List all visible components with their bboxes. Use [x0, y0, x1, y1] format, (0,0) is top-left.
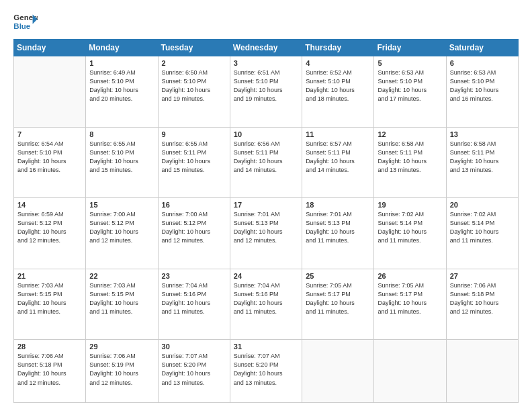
cell-info: Sunrise: 7:06 AMSunset: 5:18 PMDaylight:… — [450, 281, 515, 316]
calendar-week-row: 28Sunrise: 7:06 AMSunset: 5:18 PMDayligh… — [14, 340, 519, 403]
day-number: 31 — [234, 342, 298, 351]
cell-info: Sunrise: 7:04 AMSunset: 5:16 PMDaylight:… — [234, 281, 298, 316]
cell-info: Sunrise: 6:49 AMSunset: 5:10 PMDaylight:… — [89, 68, 154, 103]
calendar-cell: 16Sunrise: 7:00 AMSunset: 5:12 PMDayligh… — [158, 198, 230, 269]
day-number: 27 — [450, 272, 515, 280]
calendar-header-wednesday: Wednesday — [230, 40, 302, 56]
calendar-cell: 22Sunrise: 7:03 AMSunset: 5:15 PMDayligh… — [86, 269, 158, 340]
day-number: 26 — [378, 272, 442, 280]
day-number: 25 — [306, 272, 370, 280]
calendar-cell: 9Sunrise: 6:55 AMSunset: 5:11 PMDaylight… — [158, 127, 230, 198]
cell-info: Sunrise: 7:05 AMSunset: 5:17 PMDaylight:… — [378, 281, 442, 316]
day-number: 14 — [17, 201, 82, 209]
calendar-cell: 1Sunrise: 6:49 AMSunset: 5:10 PMDaylight… — [86, 56, 158, 128]
day-number: 2 — [162, 59, 226, 67]
calendar-week-row: 7Sunrise: 6:54 AMSunset: 5:10 PMDaylight… — [14, 127, 519, 198]
day-number: 4 — [306, 59, 370, 67]
calendar-cell: 11Sunrise: 6:57 AMSunset: 5:11 PMDayligh… — [302, 127, 374, 198]
cell-info: Sunrise: 6:57 AMSunset: 5:11 PMDaylight:… — [306, 140, 370, 175]
calendar-table: SundayMondayTuesdayWednesdayThursdayFrid… — [13, 39, 519, 403]
calendar-header-tuesday: Tuesday — [158, 40, 230, 56]
cell-info: Sunrise: 7:00 AMSunset: 5:12 PMDaylight:… — [162, 210, 226, 245]
calendar-cell: 12Sunrise: 6:58 AMSunset: 5:11 PMDayligh… — [374, 127, 446, 198]
day-number: 30 — [162, 342, 226, 351]
cell-info: Sunrise: 7:02 AMSunset: 5:14 PMDaylight:… — [450, 210, 515, 245]
cell-info: Sunrise: 6:55 AMSunset: 5:10 PMDaylight:… — [89, 140, 154, 175]
calendar-header-row: SundayMondayTuesdayWednesdayThursdayFrid… — [14, 40, 519, 56]
calendar-cell — [446, 340, 518, 403]
day-number: 13 — [450, 130, 515, 138]
calendar-cell: 25Sunrise: 7:05 AMSunset: 5:17 PMDayligh… — [302, 269, 374, 340]
cell-info: Sunrise: 7:01 AMSunset: 5:13 PMDaylight:… — [234, 210, 298, 245]
calendar-cell: 13Sunrise: 6:58 AMSunset: 5:11 PMDayligh… — [446, 127, 518, 198]
calendar-cell: 28Sunrise: 7:06 AMSunset: 5:18 PMDayligh… — [14, 340, 86, 403]
calendar-cell — [14, 56, 86, 128]
day-number: 28 — [17, 342, 82, 351]
day-number: 29 — [89, 342, 154, 351]
cell-info: Sunrise: 6:58 AMSunset: 5:11 PMDaylight:… — [378, 140, 442, 175]
day-number: 9 — [162, 130, 226, 138]
day-number: 12 — [378, 130, 442, 138]
calendar-cell: 20Sunrise: 7:02 AMSunset: 5:14 PMDayligh… — [446, 198, 518, 269]
day-number: 10 — [234, 130, 298, 138]
day-number: 5 — [378, 59, 442, 67]
cell-info: Sunrise: 6:50 AMSunset: 5:10 PMDaylight:… — [162, 68, 226, 103]
logo-icon: General Blue — [13, 12, 38, 32]
cell-info: Sunrise: 6:54 AMSunset: 5:10 PMDaylight:… — [17, 140, 82, 175]
day-number: 16 — [162, 201, 226, 209]
calendar-cell: 29Sunrise: 7:06 AMSunset: 5:19 PMDayligh… — [86, 340, 158, 403]
logo: General Blue — [13, 12, 38, 32]
day-number: 23 — [162, 272, 226, 280]
cell-info: Sunrise: 7:06 AMSunset: 5:18 PMDaylight:… — [17, 352, 82, 387]
cell-info: Sunrise: 7:07 AMSunset: 5:20 PMDaylight:… — [234, 352, 298, 387]
cell-info: Sunrise: 7:07 AMSunset: 5:20 PMDaylight:… — [162, 352, 226, 387]
calendar-cell: 4Sunrise: 6:52 AMSunset: 5:10 PMDaylight… — [302, 56, 374, 128]
day-number: 15 — [89, 201, 154, 209]
day-number: 6 — [450, 59, 515, 67]
day-number: 1 — [89, 59, 154, 67]
calendar-cell: 27Sunrise: 7:06 AMSunset: 5:18 PMDayligh… — [446, 269, 518, 340]
calendar-cell: 10Sunrise: 6:56 AMSunset: 5:11 PMDayligh… — [230, 127, 302, 198]
cell-info: Sunrise: 6:52 AMSunset: 5:10 PMDaylight:… — [306, 68, 370, 103]
day-number: 18 — [306, 201, 370, 209]
day-number: 8 — [89, 130, 154, 138]
calendar-cell: 2Sunrise: 6:50 AMSunset: 5:10 PMDaylight… — [158, 56, 230, 128]
cell-info: Sunrise: 7:01 AMSunset: 5:13 PMDaylight:… — [306, 210, 370, 245]
calendar-cell: 26Sunrise: 7:05 AMSunset: 5:17 PMDayligh… — [374, 269, 446, 340]
cell-info: Sunrise: 7:00 AMSunset: 5:12 PMDaylight:… — [89, 210, 154, 245]
cell-info: Sunrise: 6:53 AMSunset: 5:10 PMDaylight:… — [378, 68, 442, 103]
cell-info: Sunrise: 6:51 AMSunset: 5:10 PMDaylight:… — [234, 68, 298, 103]
cell-info: Sunrise: 6:58 AMSunset: 5:11 PMDaylight:… — [450, 140, 515, 175]
calendar-cell: 7Sunrise: 6:54 AMSunset: 5:10 PMDaylight… — [14, 127, 86, 198]
calendar-week-row: 1Sunrise: 6:49 AMSunset: 5:10 PMDaylight… — [14, 56, 519, 128]
calendar-week-row: 21Sunrise: 7:03 AMSunset: 5:15 PMDayligh… — [14, 269, 519, 340]
day-number: 24 — [234, 272, 298, 280]
calendar-cell: 5Sunrise: 6:53 AMSunset: 5:10 PMDaylight… — [374, 56, 446, 128]
calendar-cell: 14Sunrise: 6:59 AMSunset: 5:12 PMDayligh… — [14, 198, 86, 269]
calendar-cell: 3Sunrise: 6:51 AMSunset: 5:10 PMDaylight… — [230, 56, 302, 128]
calendar-week-row: 14Sunrise: 6:59 AMSunset: 5:12 PMDayligh… — [14, 198, 519, 269]
calendar-header-thursday: Thursday — [302, 40, 374, 56]
calendar-cell — [302, 340, 374, 403]
cell-info: Sunrise: 7:06 AMSunset: 5:19 PMDaylight:… — [89, 352, 154, 387]
calendar-cell: 18Sunrise: 7:01 AMSunset: 5:13 PMDayligh… — [302, 198, 374, 269]
day-number: 19 — [378, 201, 442, 209]
calendar-cell: 21Sunrise: 7:03 AMSunset: 5:15 PMDayligh… — [14, 269, 86, 340]
cell-info: Sunrise: 7:05 AMSunset: 5:17 PMDaylight:… — [306, 281, 370, 316]
calendar-cell — [374, 340, 446, 403]
day-number: 3 — [234, 59, 298, 67]
cell-info: Sunrise: 6:56 AMSunset: 5:11 PMDaylight:… — [234, 140, 298, 175]
calendar-cell: 15Sunrise: 7:00 AMSunset: 5:12 PMDayligh… — [86, 198, 158, 269]
calendar-cell: 19Sunrise: 7:02 AMSunset: 5:14 PMDayligh… — [374, 198, 446, 269]
cell-info: Sunrise: 7:04 AMSunset: 5:16 PMDaylight:… — [162, 281, 226, 316]
cell-info: Sunrise: 6:53 AMSunset: 5:10 PMDaylight:… — [450, 68, 515, 103]
calendar-header-sunday: Sunday — [14, 40, 86, 56]
header: General Blue — [13, 12, 519, 32]
day-number: 22 — [89, 272, 154, 280]
cell-info: Sunrise: 6:55 AMSunset: 5:11 PMDaylight:… — [162, 140, 226, 175]
calendar-header-monday: Monday — [86, 40, 158, 56]
day-number: 20 — [450, 201, 515, 209]
svg-text:Blue: Blue — [13, 22, 30, 30]
day-number: 11 — [306, 130, 370, 138]
calendar-cell: 17Sunrise: 7:01 AMSunset: 5:13 PMDayligh… — [230, 198, 302, 269]
